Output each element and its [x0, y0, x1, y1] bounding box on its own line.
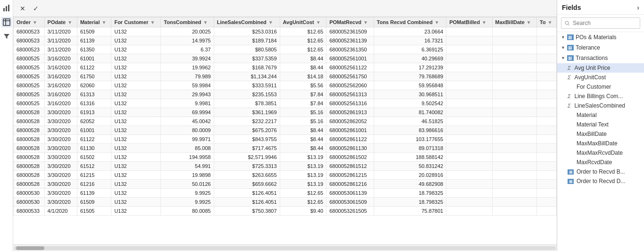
cell-12-5: $843.9755	[214, 135, 280, 144]
table-container[interactable]: Order▼POdate▼Material▼For Customer▼TonsC…	[13, 17, 557, 244]
field-item-for-customer[interactable]: For Customer	[557, 82, 644, 92]
field-item-material[interactable]: Material	[557, 110, 644, 120]
field-item-avg-unit-price[interactable]: ΣAvg Unit Price	[557, 63, 644, 73]
text-type-icon	[568, 113, 574, 118]
fields-title: Fields	[562, 4, 581, 11]
cell-8-5: $78.3851	[214, 99, 280, 108]
field-item-maxrcvddate[interactable]: MaxRcvdDate	[557, 158, 644, 167]
filter-icon-tonscombined[interactable]: ▼	[203, 20, 208, 25]
filter-icon-pomatbilled[interactable]: ▼	[482, 20, 486, 25]
table-type-icon: ▦	[568, 179, 574, 184]
table-row[interactable]: 680005283/30/202061215U13219.9898$263.66…	[14, 171, 557, 180]
field-item-order-to-recvd-d---[interactable]: ▦Order to Recvd D...	[557, 176, 644, 186]
table-icon[interactable]	[1, 17, 12, 27]
cell-7-9	[446, 90, 492, 99]
cell-4-5: $168.7679	[214, 63, 280, 72]
check-button[interactable]: ✓	[30, 3, 42, 14]
cell-12-0: 68000528	[14, 135, 45, 144]
field-item-order-to-recvd-b---[interactable]: ▦Order to Recvd B...	[557, 167, 644, 176]
close-button[interactable]: ✕	[17, 3, 28, 14]
cell-16-1: 3/30/2020	[44, 171, 77, 180]
field-item-label: Order to Recvd B...	[577, 168, 625, 175]
filter-icon-avgunitcost[interactable]: ▼	[316, 20, 321, 25]
cell-15-3: U132	[111, 162, 161, 171]
field-group-transactions[interactable]: ▼ ▦ Transactions	[557, 53, 644, 63]
filter-icon-order[interactable]: ▼	[33, 20, 37, 25]
field-item-maxmaxrcvddate[interactable]: MaxMaxRcvdDate	[557, 148, 644, 158]
cell-17-10	[492, 180, 537, 189]
table-row[interactable]: 680005283/30/202061512U13254.991$725.331…	[14, 162, 557, 171]
cell-2-5: $80.5805	[214, 45, 280, 54]
field-item-avgunitcost[interactable]: ΣAvgUnitCost	[557, 73, 644, 82]
table-row[interactable]: 680005283/30/202061122U13299.9971$843.97…	[14, 135, 557, 144]
sigma-icon: Σ	[568, 65, 571, 71]
filter-icon-tonsrecvdcombined[interactable]: ▼	[435, 20, 439, 25]
table-row[interactable]: 680005283/30/202062052U13245.0042$232.22…	[14, 117, 557, 126]
cell-13-11	[537, 144, 557, 153]
cell-0-1: 3/11/2020	[44, 27, 77, 36]
field-item-material-text[interactable]: Material Text	[557, 120, 644, 129]
filter-icon-to[interactable]: ▼	[548, 20, 552, 25]
table-row[interactable]: 680005253/16/202061316U1329.9981$78.3851…	[14, 99, 557, 108]
cell-9-9	[446, 108, 492, 117]
table-row[interactable]: 680005283/30/202061502U132194.9958$2,571…	[14, 153, 557, 162]
table-row[interactable]: 680005233/11/202061509U13220.0025$253.03…	[14, 27, 557, 36]
filter-icon-material[interactable]: ▼	[101, 20, 106, 25]
cell-14-3: U132	[111, 153, 161, 162]
table-row[interactable]: 680005233/11/202061350U1326.37$80.5805$1…	[14, 45, 557, 54]
field-item-label: Avg Unit Price	[575, 65, 611, 71]
filter-icon-forcustomer[interactable]: ▼	[151, 20, 155, 25]
field-item-maxbilldate[interactable]: MaxBillDate	[557, 129, 644, 139]
cell-10-7: 6800052862052	[326, 117, 374, 126]
table-row[interactable]: 680005283/30/202061001U13280.0009$675.20…	[14, 126, 557, 135]
cell-3-6: $8.44	[280, 54, 326, 63]
field-group-tolerance[interactable]: ▼ ▦ Tolerance	[557, 42, 644, 53]
chart-icon[interactable]	[1, 3, 12, 13]
filter-icon-podate[interactable]: ▼	[67, 20, 72, 25]
filter-icon-linesalescombined[interactable]: ▼	[268, 20, 273, 25]
field-item-linesalescombined[interactable]: ΣLineSalesCombined	[557, 101, 644, 110]
cell-8-9	[446, 99, 492, 108]
cell-11-10	[492, 126, 537, 135]
table-row[interactable]: 680005253/16/202061001U13239.9924$337.53…	[14, 54, 557, 63]
filter-icon[interactable]	[1, 31, 12, 42]
fields-panel: Fields › ▼ ▦ POs & Materials ▼ ▦ Toleran…	[557, 0, 644, 251]
cell-8-1: 3/16/2020	[44, 99, 77, 108]
scrollbar-thumb[interactable]	[16, 246, 44, 250]
table-row[interactable]: 680005334/1/202061505U13280.0085$750.380…	[14, 207, 557, 216]
field-item-label: MaxBillDate	[577, 131, 607, 137]
cell-10-11	[537, 117, 557, 126]
table-row[interactable]: 680005283/30/202061130U13285.008$717.467…	[14, 144, 557, 153]
table-row[interactable]: 680005253/16/202061750U13279.989$1,134.2…	[14, 72, 557, 81]
field-item-maxmaxbilldate[interactable]: MaxMaxBillDate	[557, 139, 644, 148]
cell-18-2: 61139	[77, 189, 111, 198]
fields-collapse-chevron[interactable]: ›	[637, 4, 639, 11]
table-row[interactable]: 680005233/11/202061139U13214.9975$189.71…	[14, 36, 557, 45]
field-group-pos---materials[interactable]: ▼ ▦ POs & Materials	[557, 32, 644, 42]
horizontal-scrollbar[interactable]	[13, 244, 557, 251]
table-row[interactable]: 680005253/16/202061313U13229.9943$235.15…	[14, 90, 557, 99]
field-item-line-billings-com---[interactable]: ΣLine Billings Com...	[557, 92, 644, 101]
filter-icon-maxbilldate[interactable]: ▼	[527, 20, 531, 25]
filter-icon-pomatrecvd[interactable]: ▼	[363, 20, 368, 25]
table-row[interactable]: 680005253/16/202062060U13259.9984$333.59…	[14, 81, 557, 90]
cell-18-5: $126.4051	[214, 189, 280, 198]
cell-18-11	[537, 189, 557, 198]
cell-18-9	[446, 189, 492, 198]
cell-13-1: 3/30/2020	[44, 144, 77, 153]
table-row[interactable]: 680005303/30/202061509U1329.9925$126.405…	[14, 198, 557, 207]
fields-search-input[interactable]	[561, 17, 640, 29]
cell-10-9	[446, 117, 492, 126]
cell-18-4: 9.9925	[161, 189, 214, 198]
cell-8-3: U132	[111, 99, 161, 108]
table-row[interactable]: 680005253/16/202061122U13219.9962$168.76…	[14, 63, 557, 72]
table-row[interactable]: 680005303/30/202061139U1329.9925$126.405…	[14, 189, 557, 198]
fields-header: Fields ›	[557, 0, 644, 15]
cell-10-1: 3/30/2020	[44, 117, 77, 126]
cell-20-4: 80.0085	[161, 207, 214, 216]
cell-11-0: 68000528	[14, 126, 45, 135]
table-row[interactable]: 680005283/30/202061913U13269.9994$361.19…	[14, 108, 557, 117]
cell-11-6: $8.44	[280, 126, 326, 135]
cell-3-0: 68000525	[14, 54, 45, 63]
table-row[interactable]: 680005283/30/202061216U13250.0126$659.66…	[14, 180, 557, 189]
